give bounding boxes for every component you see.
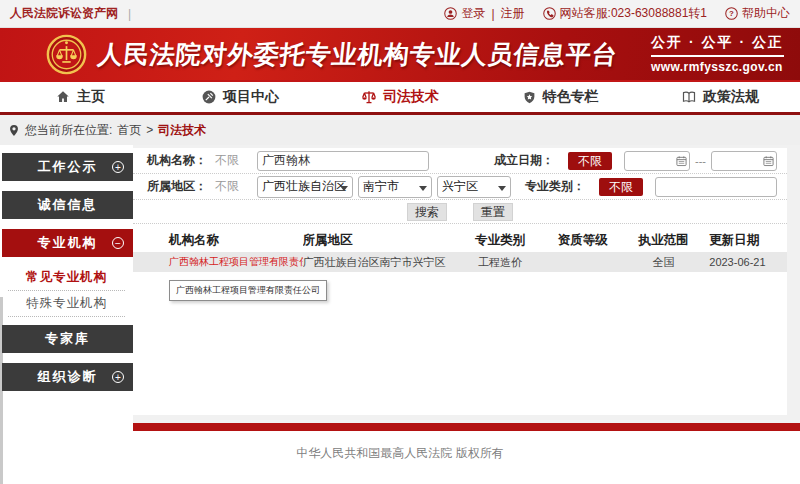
breadcrumb-home-link[interactable]: 首页: [117, 122, 141, 139]
nav-item-policies[interactable]: 政策法规: [640, 82, 800, 112]
sidebar-item-label: 诚信信息: [38, 196, 98, 214]
content-red-bar: [133, 423, 800, 431]
expand-plus-icon: +: [112, 161, 124, 173]
founded-date-group: 成立日期： 不限 ---: [494, 151, 777, 171]
category-label: 专业类别：: [525, 178, 585, 195]
founded-unlimited-button[interactable]: 不限: [568, 152, 612, 170]
org-name-label: 机构名称：: [147, 152, 207, 169]
content-panel: 机构名称： 不限 成立日期： 不限 ---: [133, 148, 787, 415]
province-select[interactable]: 广西壮族自治区: [257, 176, 353, 198]
org-name-tooltip: 广西翰林工程项目管理有限责任公司: [169, 280, 327, 301]
table-header-org-name: 机构名称: [133, 232, 303, 249]
help-center-link[interactable]: ? 帮助中心: [725, 5, 790, 22]
calendar-icon[interactable]: [763, 155, 774, 166]
subitem-label: 常见专业机构: [26, 269, 107, 286]
table-header-category: 专业类别: [456, 232, 544, 249]
sidebar-subitem-common-orgs[interactable]: 常见专业机构: [8, 265, 125, 291]
login-link[interactable]: 登录: [444, 5, 485, 22]
expand-plus-icon: +: [112, 371, 124, 383]
website-url: www.rmfysszc.gov.cn: [651, 60, 784, 74]
filter-row-name-date: 机构名称： 不限 成立日期： 不限 ---: [133, 148, 787, 174]
table-row: 广西翰林工程项目管理有限责任... 广西壮族自治区南宁市兴宁区 工程造价 全国 …: [133, 252, 787, 272]
topbar-right: 登录 | 注册 网站客服:023-63088881转1 ? 帮助中心: [444, 5, 790, 22]
breadcrumb-separator: >: [146, 123, 153, 137]
sidebar-item-integrity-info[interactable]: 诚信信息: [2, 191, 133, 219]
login-label: 登录: [461, 5, 485, 22]
svg-text:?: ?: [729, 9, 734, 18]
top-utility-bar: 人民法院诉讼资产网 | 登录 | 注册 网站客服:023-63088881转1 …: [0, 0, 800, 28]
footer-copyright: 中华人民共和国最高人民法院 版权所有: [296, 445, 503, 462]
nav-label: 项目中心: [223, 88, 279, 106]
sidebar: 工作公示 + 诚信信息 专业机构 − 常见专业机构 特殊专业机构 专家库 组织诊…: [0, 145, 133, 423]
sidebar-item-work-publicity[interactable]: 工作公示 +: [2, 153, 133, 181]
platform-title: 人民法院对外委托专业机构专业人员信息平台: [96, 38, 619, 71]
sidebar-item-label: 专业机构: [38, 234, 98, 252]
date-from-wrap: [624, 151, 690, 171]
book-icon: [681, 89, 697, 105]
sidebar-subitem-special-orgs[interactable]: 特殊专业机构: [8, 291, 125, 317]
shield-icon: [522, 90, 537, 105]
results-table: 机构名称 所属地区 专业类别 资质等级 执业范围 更新日期 广西翰林工程项目管理…: [133, 228, 787, 272]
region-label: 所属地区：: [147, 178, 207, 195]
help-icon: ?: [725, 7, 738, 20]
category-input[interactable]: [655, 177, 777, 197]
topbar-divider: |: [128, 7, 131, 21]
filter-row-region-category: 所属地区： 不限 广西壮族自治区 南宁市 兴宁区 专业类别： 不限: [133, 174, 787, 200]
sidebar-item-label: 组织诊断: [38, 368, 98, 386]
sidebar-item-label: 专家库: [45, 330, 90, 348]
table-header-scope: 执业范围: [622, 232, 706, 249]
sidebar-item-label: 工作公示: [38, 158, 98, 176]
table-header-row: 机构名称 所属地区 专业类别 资质等级 执业范围 更新日期: [133, 228, 787, 252]
org-detail-link[interactable]: 广西翰林工程项目管理有限责任...: [169, 256, 303, 267]
region-mode: 不限: [215, 178, 245, 195]
register-label: 注册: [501, 5, 525, 22]
slogan: 公开 · 公平 · 公正: [651, 34, 784, 57]
sidebar-submenu: 常见专业机构 特殊专业机构: [2, 265, 131, 317]
subitem-label: 特殊专业机构: [26, 295, 107, 312]
user-icon: [444, 7, 457, 20]
reset-button[interactable]: 重置: [473, 203, 513, 221]
main-area: 工作公示 + 诚信信息 专业机构 − 常见专业机构 特殊专业机构 专家库 组织诊…: [0, 145, 800, 423]
nav-item-judicial-technology[interactable]: 司法技术: [320, 82, 480, 112]
location-pin-icon: [8, 124, 20, 137]
project-icon: [201, 89, 217, 105]
city-select[interactable]: 南宁市: [358, 176, 432, 198]
service-phone[interactable]: 网站客服:023-63088881转1: [543, 5, 707, 22]
filter-actions: 搜索 重置: [133, 200, 787, 224]
district-select[interactable]: 兴宁区: [437, 176, 511, 198]
court-emblem-logo: [46, 34, 87, 75]
content-area: 机构名称： 不限 成立日期： 不限 ---: [133, 145, 800, 423]
nav-item-home[interactable]: 主页: [0, 82, 160, 112]
login-register-separator: |: [491, 7, 494, 21]
nav-label: 特色专栏: [543, 88, 599, 106]
scales-icon: [361, 89, 377, 105]
nav-item-featured-columns[interactable]: 特色专栏: [480, 82, 640, 112]
category-group: 专业类别： 不限: [525, 177, 777, 197]
sidebar-item-org-diagnosis[interactable]: 组织诊断 +: [2, 363, 133, 391]
sidebar-item-expert-library[interactable]: 专家库: [2, 325, 133, 353]
phone-icon: [543, 7, 556, 20]
sidebar-item-professional-orgs[interactable]: 专业机构 −: [2, 229, 133, 257]
header-banner: 人民法院对外委托专业机构专业人员信息平台 公开 · 公平 · 公正 www.rm…: [0, 28, 800, 80]
table-header-updated: 更新日期: [705, 232, 787, 249]
category-unlimited-button[interactable]: 不限: [599, 178, 643, 196]
search-button[interactable]: 搜索: [407, 203, 447, 221]
home-icon: [55, 89, 71, 105]
calendar-icon[interactable]: [676, 155, 687, 166]
site-name-link[interactable]: 人民法院诉讼资产网: [10, 5, 118, 22]
service-label: 网站客服:023-63088881转1: [560, 5, 707, 22]
main-nav: 主页 项目中心 司法技术 特色专栏: [0, 80, 800, 115]
nav-label: 司法技术: [383, 88, 439, 106]
org-name-input[interactable]: [257, 151, 429, 171]
nav-item-project-center[interactable]: 项目中心: [160, 82, 320, 112]
breadcrumb-current: 司法技术: [158, 122, 206, 139]
help-label: 帮助中心: [742, 5, 790, 22]
register-link[interactable]: 注册: [501, 5, 525, 22]
banner-right: 公开 · 公平 · 公正 www.rmfysszc.gov.cn: [651, 34, 786, 74]
cell-updated: 2023-06-21: [705, 256, 787, 268]
date-to-wrap: [711, 151, 777, 171]
cell-region: 广西壮族自治区南宁市兴宁区: [303, 255, 457, 270]
cell-category: 工程造价: [456, 255, 544, 270]
org-name-mode: 不限: [215, 152, 245, 169]
collapse-minus-icon: −: [112, 237, 124, 249]
